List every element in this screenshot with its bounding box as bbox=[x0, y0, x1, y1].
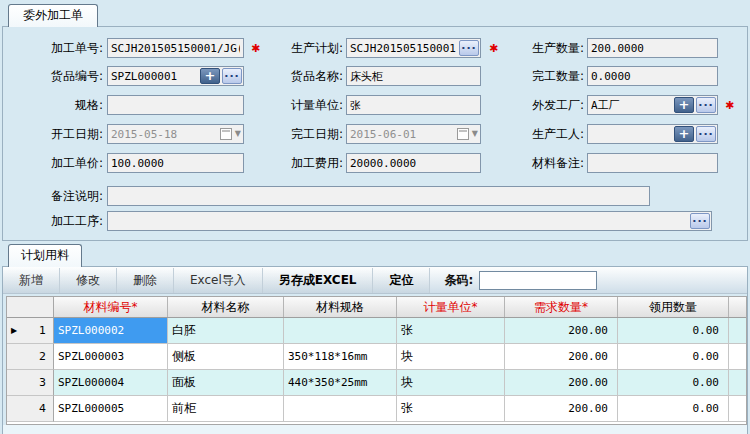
cell-unit[interactable]: 张 bbox=[397, 318, 505, 344]
col-header-material-name[interactable]: 材料名称 bbox=[168, 297, 284, 317]
required-asterisk: ✱ bbox=[251, 42, 260, 55]
excel-import-button[interactable]: Excel导入 bbox=[174, 268, 263, 293]
cell-unit[interactable]: 块 bbox=[397, 370, 505, 396]
col-header-issued-qty[interactable]: 领用数量 bbox=[618, 297, 729, 317]
cell-material-name[interactable]: 面板 bbox=[168, 370, 284, 396]
lookup-icon[interactable]: ... bbox=[696, 97, 716, 113]
col-header-row-selector[interactable] bbox=[7, 297, 54, 317]
production-qty-field bbox=[587, 38, 718, 58]
delete-row-button[interactable]: 删除 bbox=[117, 268, 174, 293]
cell-material-spec[interactable] bbox=[284, 318, 397, 344]
cell-material-name[interactable]: 白胚 bbox=[168, 318, 284, 344]
worker-field: + ... bbox=[587, 124, 718, 144]
tab-outsource-order[interactable]: 委外加工单 bbox=[8, 4, 98, 27]
cell-issued-qty[interactable]: 0.00 bbox=[618, 318, 729, 344]
unit-input[interactable] bbox=[346, 95, 481, 115]
add-icon[interactable]: + bbox=[674, 126, 694, 142]
production-qty-input[interactable] bbox=[587, 38, 718, 58]
locate-button[interactable]: 定位 bbox=[373, 268, 430, 293]
lookup-icon[interactable]: ... bbox=[690, 213, 710, 229]
process-field: ... bbox=[107, 211, 712, 231]
worker-label: 生产工人: bbox=[505, 124, 584, 144]
unit-label: 计量单位: bbox=[265, 95, 343, 115]
add-row-button[interactable]: 新增 bbox=[3, 268, 60, 293]
finished-qty-input[interactable] bbox=[587, 66, 718, 86]
cell-unit[interactable]: 块 bbox=[397, 344, 505, 370]
row-number: 3 bbox=[39, 370, 46, 395]
grid-header-row: 材料编号* 材料名称 材料规格 计量单位* 需求数量* 领用数量 bbox=[7, 297, 747, 318]
item-name-input[interactable] bbox=[346, 66, 481, 86]
tab-planned-materials[interactable]: 计划用料 bbox=[8, 244, 82, 267]
lookup-icon[interactable]: ... bbox=[222, 68, 242, 84]
row-selector[interactable]: 2 bbox=[7, 344, 54, 370]
unit-price-label: 加工单价: bbox=[8, 153, 103, 173]
row-number: 2 bbox=[39, 344, 46, 369]
remark-input[interactable] bbox=[107, 186, 650, 206]
cell-required-qty[interactable]: 200.00 bbox=[505, 318, 618, 344]
process-fee-label: 加工费用: bbox=[265, 153, 343, 173]
spec-field bbox=[107, 95, 244, 115]
cell-unit[interactable]: 张 bbox=[397, 396, 505, 422]
cell-required-qty[interactable]: 200.00 bbox=[505, 370, 618, 396]
unit-price-input[interactable] bbox=[107, 153, 244, 173]
row-number: 1 bbox=[39, 318, 46, 343]
cell-material-code[interactable]: SPZL000003 bbox=[54, 344, 168, 370]
material-note-input[interactable] bbox=[587, 153, 718, 173]
save-as-excel-button[interactable]: 另存成EXCEL bbox=[263, 268, 374, 293]
item-code-label: 货品编号: bbox=[8, 66, 103, 86]
cell-extra bbox=[729, 396, 747, 422]
cell-material-name[interactable]: 前柜 bbox=[168, 396, 284, 422]
col-header-material-spec[interactable]: 材料规格 bbox=[284, 297, 397, 317]
spec-label: 规格: bbox=[8, 95, 103, 115]
cell-material-code[interactable]: SPZL000005 bbox=[54, 396, 168, 422]
dropdown-arrow-icon[interactable]: ▼ bbox=[472, 130, 478, 138]
dropdown-arrow-icon[interactable]: ▼ bbox=[235, 130, 241, 138]
lookup-icon[interactable]: ... bbox=[696, 126, 716, 142]
barcode-input[interactable] bbox=[479, 271, 597, 290]
cell-material-spec[interactable]: 440*350*25mm bbox=[284, 370, 397, 396]
outsource-order-window: 委外加工单 加工单号: ✱ 生产计划: ... ✱ 生产数量: 货品编号: + … bbox=[0, 0, 750, 434]
row-selector[interactable]: ▶ 1 bbox=[7, 318, 54, 344]
unit-price-field bbox=[107, 153, 244, 173]
cell-material-name[interactable]: 侧板 bbox=[168, 344, 284, 370]
lookup-icon[interactable]: ... bbox=[459, 40, 479, 56]
finished-qty-label: 完工数量: bbox=[505, 66, 584, 86]
row-selector[interactable]: 3 bbox=[7, 370, 54, 396]
row-selector[interactable]: 4 bbox=[7, 396, 54, 422]
cell-issued-qty[interactable]: 0.00 bbox=[618, 370, 729, 396]
cell-material-code[interactable]: SPZL000004 bbox=[54, 370, 168, 396]
calendar-icon[interactable] bbox=[220, 128, 232, 140]
cell-required-qty[interactable]: 200.00 bbox=[505, 396, 618, 422]
start-date-label: 开工日期: bbox=[8, 124, 103, 144]
materials-grid: 材料编号* 材料名称 材料规格 计量单位* 需求数量* 领用数量 ▶ 1 SPZ… bbox=[6, 296, 747, 425]
col-header-required-qty[interactable]: 需求数量* bbox=[505, 297, 618, 317]
cell-required-qty[interactable]: 200.00 bbox=[505, 344, 618, 370]
production-qty-label: 生产数量: bbox=[505, 38, 584, 58]
cell-issued-qty[interactable]: 0.00 bbox=[618, 396, 729, 422]
factory-label: 外发工厂: bbox=[505, 95, 584, 115]
grid-bottom-filler bbox=[3, 425, 747, 434]
remark-field bbox=[107, 186, 650, 206]
add-icon[interactable]: + bbox=[674, 97, 694, 113]
cell-extra bbox=[729, 370, 747, 396]
col-header-unit[interactable]: 计量单位* bbox=[397, 297, 505, 317]
required-asterisk: ✱ bbox=[489, 42, 498, 55]
table-row: 3 SPZL000004 面板 440*350*25mm 块 200.00 0.… bbox=[7, 370, 747, 396]
cell-issued-qty[interactable]: 0.00 bbox=[618, 344, 729, 370]
col-header-material-code[interactable]: 材料编号* bbox=[54, 297, 168, 317]
finish-date-label: 完工日期: bbox=[265, 124, 343, 144]
materials-toolbar: 新增 修改 删除 Excel导入 另存成EXCEL 定位 条码: bbox=[3, 267, 747, 294]
process-input[interactable] bbox=[107, 211, 712, 231]
remark-label: 备注说明: bbox=[8, 186, 103, 206]
row-number: 4 bbox=[39, 396, 46, 421]
cell-material-spec[interactable] bbox=[284, 396, 397, 422]
edit-row-button[interactable]: 修改 bbox=[60, 268, 117, 293]
add-icon[interactable]: + bbox=[200, 68, 220, 84]
cell-material-code[interactable]: SPZL000002 bbox=[54, 318, 168, 344]
finish-date-field: ▼ bbox=[346, 124, 481, 144]
spec-input[interactable] bbox=[107, 95, 244, 115]
process-fee-input[interactable] bbox=[346, 153, 481, 173]
order-no-input[interactable] bbox=[107, 38, 244, 58]
calendar-icon[interactable] bbox=[457, 128, 469, 140]
cell-material-spec[interactable]: 350*118*16mm bbox=[284, 344, 397, 370]
